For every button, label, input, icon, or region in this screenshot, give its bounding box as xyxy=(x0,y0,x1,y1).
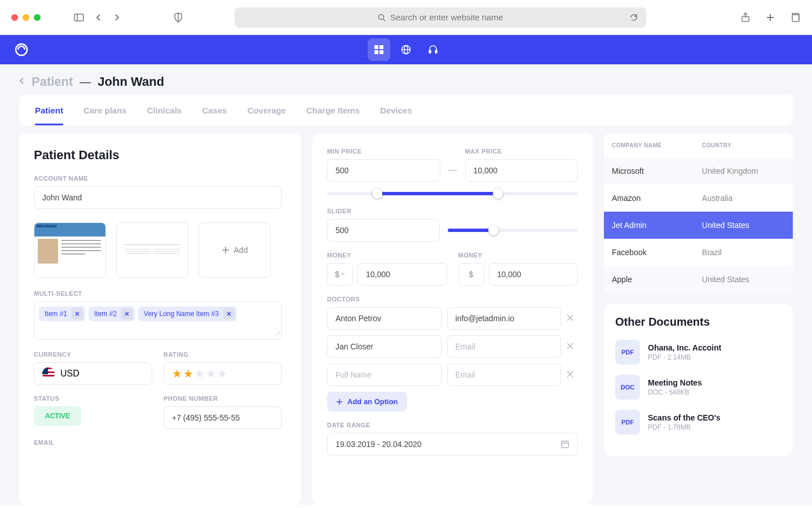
star-icon[interactable]: ★ xyxy=(195,367,205,380)
breadcrumb-section[interactable]: Patient xyxy=(32,75,73,89)
chip[interactable]: Item #2 xyxy=(89,306,135,321)
currency-prefix-2[interactable]: $ xyxy=(458,263,484,286)
multi-select-field[interactable]: Item #1Item #2Very Long Name Item #3 xyxy=(34,301,282,340)
star-icon[interactable]: ★ xyxy=(183,367,193,380)
globe-icon[interactable] xyxy=(395,38,417,61)
breadcrumb-back-icon[interactable] xyxy=(19,77,25,87)
currency-prefix-1[interactable]: $ xyxy=(327,263,353,286)
doctor-email-input[interactable] xyxy=(447,307,562,330)
breadcrumb-separator: — xyxy=(80,76,91,89)
tab-clinicals[interactable]: Clinicals xyxy=(147,95,182,125)
minimize-window[interactable] xyxy=(23,14,29,21)
single-slider[interactable] xyxy=(448,229,578,232)
money-input-2[interactable] xyxy=(489,263,579,286)
rating-field[interactable]: ★★★★★ xyxy=(164,362,282,385)
min-price-input[interactable] xyxy=(327,159,440,182)
remove-doctor-icon[interactable] xyxy=(567,341,578,352)
refresh-icon[interactable] xyxy=(628,12,639,23)
document-item[interactable]: PDF Scans of the CEO's PDF - 1.78MB xyxy=(615,410,782,435)
address-bar[interactable]: Search or enter website name xyxy=(235,7,646,28)
app-logo-icon[interactable] xyxy=(14,42,29,58)
doctor-row xyxy=(327,335,578,358)
table-row[interactable]: Jet AdminUnited States xyxy=(604,212,793,239)
tabs-icon[interactable] xyxy=(789,12,801,23)
single-slider-thumb[interactable] xyxy=(488,225,498,235)
star-icon[interactable]: ★ xyxy=(206,367,216,380)
price-range-slider[interactable] xyxy=(327,192,578,195)
chip-remove-icon[interactable] xyxy=(223,308,235,319)
shield-icon[interactable] xyxy=(173,12,184,23)
svg-line-3 xyxy=(383,19,385,21)
doctor-email-input[interactable] xyxy=(447,335,562,358)
table-row[interactable]: AmazonAustralia xyxy=(604,185,793,212)
star-icon[interactable]: ★ xyxy=(217,367,227,380)
resize-handle-icon[interactable] xyxy=(275,328,280,338)
multi-select-label: MULTI-SELECT xyxy=(34,290,286,297)
slider-thumb-max[interactable] xyxy=(493,189,503,199)
money-label-2: MONEY xyxy=(458,252,579,259)
document-name: Scans of the CEO's xyxy=(648,413,782,422)
document-thumbnail-1[interactable] xyxy=(34,222,106,278)
close-window[interactable] xyxy=(11,14,18,21)
us-flag-icon xyxy=(42,367,55,380)
chip[interactable]: Item #1 xyxy=(39,306,85,321)
remove-doctor-icon[interactable] xyxy=(567,313,578,323)
account-name-input[interactable] xyxy=(34,186,282,209)
add-option-button[interactable]: Add an Option xyxy=(327,392,407,411)
slider-input[interactable] xyxy=(327,219,440,242)
file-type-icon: DOC xyxy=(615,375,640,400)
add-tab-icon[interactable] xyxy=(765,12,776,23)
doctor-name-input[interactable] xyxy=(327,335,442,358)
chip-remove-icon[interactable] xyxy=(121,308,133,319)
company-header: COMPANY NAME xyxy=(604,133,694,157)
table-row[interactable]: MicrosoftUnited Kingdom xyxy=(604,157,793,185)
doctor-name-input[interactable] xyxy=(327,307,442,330)
doctor-row xyxy=(327,307,578,330)
share-icon[interactable] xyxy=(740,12,751,23)
patient-details-card: Patient Details ACCOUNT NAME Add xyxy=(19,133,301,505)
table-row[interactable]: AppleUnited States xyxy=(604,266,793,293)
company-cell: Apple xyxy=(604,266,694,293)
date-range-label: DATE RANGE xyxy=(327,422,578,428)
document-item[interactable]: DOC Meeting Notes DOC - 548KB xyxy=(615,375,782,400)
min-price-label: MIN PRICE xyxy=(327,148,440,155)
status-badge: ACTIVE xyxy=(34,406,81,426)
tab-patient[interactable]: Patient xyxy=(35,95,63,125)
email-label: EMAIL xyxy=(34,439,286,446)
table-row[interactable]: FacebookBrazil xyxy=(604,239,793,266)
document-item[interactable]: PDF Ohana, Inc. Accoint PDF - 2.14MB xyxy=(615,340,782,365)
phone-input[interactable] xyxy=(164,406,282,429)
dashboard-icon[interactable] xyxy=(368,38,390,61)
tab-care-plans[interactable]: Care plans xyxy=(83,95,127,125)
currency-select[interactable]: USD xyxy=(34,362,152,385)
add-document-button[interactable]: Add xyxy=(198,222,271,278)
company-cell: Jet Admin xyxy=(604,212,694,239)
chip-remove-icon[interactable] xyxy=(72,308,83,319)
document-name: Meeting Notes xyxy=(648,378,782,387)
slider-label: SLIDER xyxy=(327,208,578,214)
money-input-1[interactable] xyxy=(358,263,447,286)
slider-thumb-min[interactable] xyxy=(372,189,382,199)
patient-details-title: Patient Details xyxy=(34,148,286,163)
chip[interactable]: Very Long Name Item #3 xyxy=(138,306,237,321)
sidebar-toggle-icon[interactable] xyxy=(73,12,85,23)
doctor-name-input[interactable] xyxy=(327,364,442,386)
tab-coverage[interactable]: Coverage xyxy=(248,95,286,125)
status-label: STATUS xyxy=(34,395,152,402)
max-price-input[interactable] xyxy=(465,159,579,182)
maximize-window[interactable] xyxy=(34,14,41,21)
headset-icon[interactable] xyxy=(422,38,444,61)
remove-doctor-icon[interactable] xyxy=(567,370,578,380)
tab-charge-items[interactable]: Charge Items xyxy=(306,95,360,125)
doctor-email-input[interactable] xyxy=(447,364,562,386)
tab-devices[interactable]: Devices xyxy=(380,95,412,125)
tab-cases[interactable]: Cases xyxy=(202,95,227,125)
max-price-label: MAX PRICE xyxy=(465,148,579,155)
document-thumbnail-2[interactable] xyxy=(116,222,188,278)
country-header: COUNTRY xyxy=(694,133,793,157)
date-range-input[interactable]: 19.03.2019 - 20.04.2020 xyxy=(327,433,578,456)
svg-rect-0 xyxy=(74,14,83,21)
star-icon[interactable]: ★ xyxy=(172,367,182,380)
forward-icon[interactable] xyxy=(112,12,123,23)
back-icon[interactable] xyxy=(92,12,104,23)
